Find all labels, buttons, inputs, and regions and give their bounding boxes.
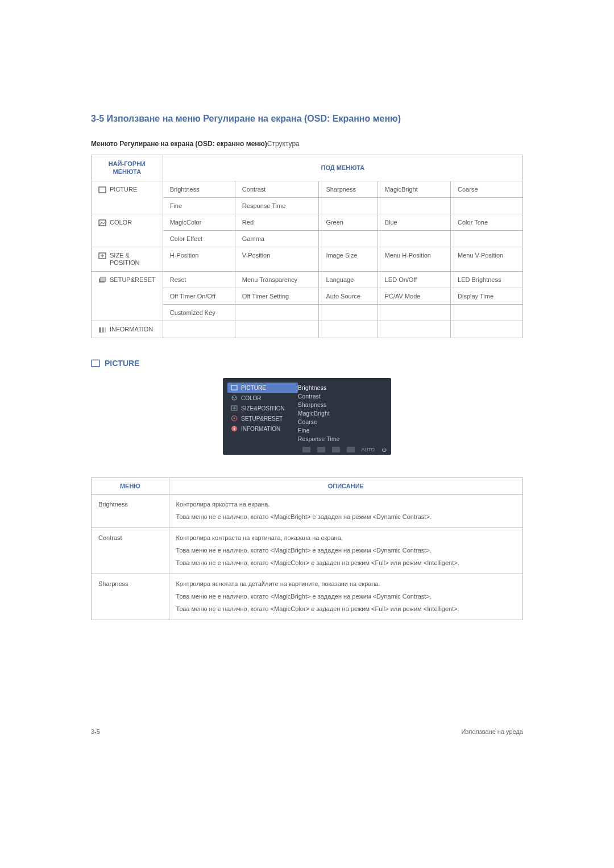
col-header-desc: ОПИСАНИЕ (169, 478, 522, 495)
picture-icon (231, 384, 238, 391)
osd-right-column: Brightness Contrast Sharpness MagicBrigh… (298, 383, 339, 443)
osd-footer-button-icon (332, 447, 340, 452)
submenu-cell: Menu Transparency (235, 271, 319, 288)
col-header-top: НАЙ-ГОРНИ МЕНЮТА (92, 155, 163, 181)
col-header-menu: МЕНЮ (92, 478, 169, 495)
svg-rect-8 (92, 360, 99, 366)
svg-rect-5 (99, 327, 101, 333)
desc-paragraph: Това меню не е налично, когато <MagicCol… (176, 605, 516, 614)
submenu-cell: Image Size (319, 247, 377, 271)
category-label: COLOR (110, 219, 132, 226)
submenu-cell: Color Tone (451, 214, 523, 230)
desc-menu-cell: Contrast (92, 528, 169, 574)
category-label: SIZE & POSITION (110, 252, 156, 267)
submenu-cell (319, 304, 377, 321)
svg-rect-18 (234, 428, 234, 430)
size-position-icon (98, 252, 106, 259)
osd-footer-button-icon (317, 447, 325, 452)
submenu-cell: Language (319, 271, 377, 288)
submenu-cell (451, 321, 523, 338)
osd-right-item: Fine (298, 426, 339, 435)
submenu-cell (235, 304, 319, 321)
table-row: МЕНЮ ОПИСАНИЕ (92, 478, 523, 495)
category-label: PICTURE (110, 186, 137, 193)
desc-text-cell: Контролира контраста на картината, показ… (169, 528, 522, 574)
submenu-cell: V-Position (235, 247, 319, 271)
caption: Менюто Регулиране на екрана (OSD: екранн… (91, 140, 523, 148)
osd-right-item: Response Time (298, 435, 339, 443)
submenu-cell: LED Brightness (451, 271, 523, 288)
desc-menu-cell: Sharpness (92, 574, 169, 620)
page-footer: 3-5 Използване на уреда (91, 728, 523, 735)
information-icon (231, 425, 238, 432)
picture-icon (91, 359, 100, 367)
desc-paragraph: Това меню не е налично, когато <MagicBri… (176, 546, 516, 555)
desc-menu-cell: Brightness (92, 495, 169, 528)
osd-right-item: Coarse (298, 418, 339, 426)
section-title: 3-5 Използване на меню Регулиране на екр… (91, 114, 523, 124)
osd-left-label: COLOR (241, 395, 262, 401)
submenu-cell: PC/AV Mode (377, 288, 450, 304)
submenu-cell (319, 230, 377, 247)
svg-rect-19 (234, 427, 234, 427)
desc-text-cell: Контролира яснотата на детайлите на карт… (169, 574, 522, 620)
submenu-cell: Coarse (451, 181, 523, 197)
category-cell: SETUP&RESET (92, 271, 163, 321)
submenu-cell: H-Position (163, 247, 235, 271)
table-row: SIZE & POSITION H-Position V-Position Im… (92, 247, 523, 271)
submenu-cell: Off Timer Setting (235, 288, 319, 304)
table-row: INFORMATION (92, 321, 523, 338)
footer-left: 3-5 (91, 728, 100, 735)
table-row: Contrast Контролира контраста на картина… (92, 528, 523, 574)
osd-left-label: SIZE&POSITION (241, 405, 285, 412)
table-row: Sharpness Контролира яснотата на детайли… (92, 574, 523, 620)
submenu-cell (377, 197, 450, 214)
submenu-cell: Customized Key (163, 304, 235, 321)
osd-right-item: Sharpness (298, 401, 339, 409)
svg-rect-4 (100, 277, 106, 281)
category-cell: COLOR (92, 214, 163, 247)
picture-subheading: PICTURE (91, 359, 523, 368)
submenu-cell: Red (235, 214, 319, 230)
desc-paragraph: Това меню не е налично, когато <MagicBri… (176, 513, 516, 522)
submenu-cell: Contrast (235, 181, 319, 197)
color-icon (231, 394, 238, 401)
svg-rect-6 (102, 327, 104, 333)
category-label: SETUP&RESET (110, 276, 156, 284)
submenu-cell: Blue (377, 214, 450, 230)
osd-left-item: SIZE&POSITION (227, 403, 298, 413)
svg-point-16 (234, 418, 235, 420)
size-position-icon (231, 405, 238, 412)
color-icon (98, 219, 106, 226)
svg-rect-0 (99, 187, 106, 193)
desc-paragraph: Контролира яркостта на екрана. (176, 500, 516, 509)
picture-subheading-label: PICTURE (105, 359, 139, 368)
svg-point-13 (234, 398, 235, 400)
osd-left-column: PICTURE COLOR SIZE&POSITION (227, 383, 298, 443)
menu-structure-table: НАЙ-ГОРНИ МЕНЮТА ПОД МЕНЮТА PICTURE Brig… (91, 155, 523, 338)
submenu-cell (451, 230, 523, 247)
submenu-cell (451, 304, 523, 321)
submenu-cell: Green (319, 214, 377, 230)
osd-left-item: SETUP&RESET (227, 413, 298, 423)
caption-rest: Структура (267, 140, 300, 148)
osd-right-item: MagicBright (298, 409, 339, 418)
category-cell: INFORMATION (92, 321, 163, 338)
osd-footer: AUTO ⏻ (227, 447, 387, 452)
submenu-cell (163, 321, 235, 338)
desc-text-cell: Контролира яркостта на екрана. Това меню… (169, 495, 522, 528)
submenu-cell: Color Effect (163, 230, 235, 247)
category-cell: SIZE & POSITION (92, 247, 163, 271)
svg-point-11 (233, 397, 234, 398)
col-header-sub: ПОД МЕНЮТА (163, 155, 522, 181)
desc-paragraph: Контролира контраста на картината, показ… (176, 534, 516, 543)
submenu-cell (235, 321, 319, 338)
osd-footer-power-icon: ⏻ (381, 447, 387, 452)
submenu-cell: Display Time (451, 288, 523, 304)
submenu-cell: MagicBright (377, 181, 450, 197)
submenu-cell (377, 321, 450, 338)
submenu-cell: Sharpness (319, 181, 377, 197)
osd-footer-auto-label: AUTO (362, 447, 375, 452)
submenu-cell: Off Timer On/Off (163, 288, 235, 304)
submenu-cell: Brightness (163, 181, 235, 197)
